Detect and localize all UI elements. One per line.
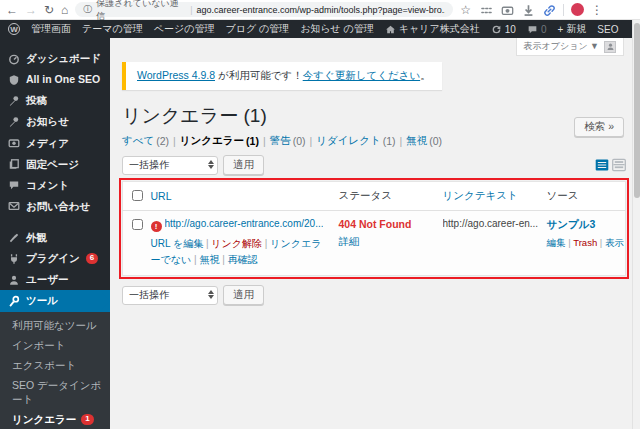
recheck-action[interactable]: 再確認 [228, 254, 258, 265]
sidebar-item-pages[interactable]: 固定ページ [0, 154, 110, 175]
adminbar-updates[interactable]: 10 [491, 24, 516, 35]
adminbar-item-themes[interactable]: テーマの管理 [82, 22, 143, 36]
submenu-item-available-tools[interactable]: 利用可能なツール [0, 316, 110, 336]
adminbar-new[interactable]: + 新規 [557, 22, 586, 36]
forward-icon[interactable]: → [25, 4, 37, 16]
column-header-link-text[interactable]: リンクテキスト [439, 182, 543, 211]
submenu-item-seo-data-import[interactable]: SEO データインポート [0, 376, 110, 410]
page-scrollbar[interactable] [632, 20, 640, 429]
list-view-icon[interactable] [595, 158, 609, 172]
plugins-count-badge: 6 [86, 253, 98, 264]
sidebar-item-media[interactable]: メディア [0, 133, 110, 154]
adminbar-site-name[interactable]: キャリア株式会社 [385, 22, 480, 36]
wordpress-version-link[interactable]: WordPress 4.9.8 [137, 69, 215, 81]
scrollbar-thumb[interactable] [634, 23, 640, 198]
action-separator: | [568, 237, 570, 248]
status-text: 404 Not Found [339, 218, 435, 230]
trash-post-action[interactable]: Trash [573, 237, 597, 248]
sidebar-label: 固定ページ [26, 158, 79, 171]
bookmark-star-icon[interactable]: ☆ [460, 4, 471, 16]
seo-shield-icon [8, 74, 20, 86]
link-text-value: http://ago.career-en... [443, 218, 539, 229]
adminbar-item-dashboard[interactable]: 管理画面 [31, 22, 71, 36]
sidebar-label: お問い合わせ [26, 200, 90, 213]
extension-download-icon[interactable] [522, 3, 535, 16]
sidebar-item-tools[interactable]: ツール [0, 290, 110, 311]
adminbar-seo[interactable]: SEO [597, 24, 618, 35]
wp-admin-bar: W 管理画面 テーマの管理 ページの管理 ブログ の管理 お知らせ の管理 キャ… [0, 20, 640, 38]
filter-warnings[interactable]: 警告(0)| [270, 134, 317, 148]
dismiss-action[interactable]: 無視 [199, 254, 219, 265]
sidebar-item-plugins[interactable]: プラグイン 6 [0, 248, 110, 269]
adminbar-comments[interactable]: 0 [527, 24, 547, 35]
filter-label[interactable]: リダイレクト [316, 134, 380, 148]
filter-all[interactable]: すべて(2)| [122, 134, 180, 148]
select-all-checkbox[interactable] [132, 190, 143, 201]
filter-label[interactable]: 無視 [406, 134, 427, 148]
page-title: リンクエラー (1) [122, 103, 626, 129]
broken-link-warning-icon: ! [151, 221, 162, 232]
sidebar-item-comments[interactable]: コメント [0, 175, 110, 196]
filter-label[interactable]: 警告 [270, 134, 291, 148]
filter-count: (1) [383, 135, 396, 147]
screen-options-tab[interactable]: 表示オプション ▼ [516, 38, 624, 56]
extension-camera-icon[interactable] [501, 3, 514, 16]
broken-url-link[interactable]: http://ago.career-entrance.com/20... [165, 218, 323, 229]
bulk-action-select[interactable]: 一括操作 [122, 156, 218, 175]
extension-blur-icon[interactable] [480, 3, 493, 16]
home-icon[interactable]: ⌂ [61, 4, 68, 16]
source-cell: サンプル3 編集 | Trash | 表示 [543, 211, 626, 276]
chrome-menu-icon[interactable]: ⋮ [591, 4, 603, 16]
unlink-action[interactable]: リンク解除 [211, 238, 262, 249]
filter-label[interactable]: リンクエラー [180, 134, 244, 148]
security-label: 保護されていない通信 [96, 0, 186, 23]
view-post-action[interactable]: 表示 [605, 237, 624, 248]
excerpt-view-icon[interactable] [612, 158, 626, 172]
sidebar-item-users[interactable]: ユーザー [0, 269, 110, 290]
address-bar[interactable]: ⓘ 保護されていない通信 | ago.career-entrance.com/w… [75, 2, 453, 17]
edit-url-action[interactable]: URL を編集 [151, 238, 204, 249]
pushpin-icon [8, 95, 20, 107]
source-post-link[interactable]: サンプル3 [547, 218, 622, 232]
adminbar-item-blog[interactable]: ブログ の管理 [225, 22, 289, 36]
wrench-icon [8, 295, 20, 307]
page-url: ago.career-entrance.com/wp-admin/tools.p… [196, 5, 445, 15]
filter-separator: | [263, 135, 266, 147]
filter-broken[interactable]: リンクエラー(1)| [180, 134, 270, 148]
site-name-label: キャリア株式会社 [399, 22, 480, 36]
filter-label[interactable]: すべて [122, 134, 154, 148]
sidebar-item-all-in-one-seo[interactable]: All in One SEO [0, 69, 110, 90]
submenu-item-import[interactable]: インポート [0, 336, 110, 356]
sidebar-item-posts[interactable]: 投稿 [0, 90, 110, 111]
plugin-icon [8, 253, 20, 265]
bulk-action-select-bottom[interactable]: 一括操作 [122, 286, 218, 305]
details-link[interactable]: 詳細 [339, 235, 360, 249]
plus-icon: + [557, 24, 563, 35]
update-now-link[interactable]: 今すぐ更新してください [303, 69, 420, 81]
sidebar-item-news[interactable]: お知らせ [0, 111, 110, 132]
apply-button-bottom[interactable]: 適用 [223, 285, 264, 305]
info-icon[interactable]: ⓘ [83, 3, 92, 16]
sidebar-item-contact[interactable]: お問い合わせ [0, 196, 110, 217]
sidebar-item-appearance[interactable]: 外観 [0, 227, 110, 248]
edit-post-action[interactable]: 編集 [547, 237, 566, 248]
filter-redirects[interactable]: リダイレクト(1)| [316, 134, 406, 148]
adminbar-item-pages[interactable]: ページの管理 [154, 22, 215, 36]
reload-icon[interactable]: ↻ [44, 4, 54, 16]
search-button[interactable]: 検索 » [574, 117, 624, 137]
filter-dismissed[interactable]: 無視(0) [406, 134, 442, 148]
extension-link-icon[interactable] [543, 3, 556, 16]
sidebar-item-dashboard[interactable]: ダッシュボード [0, 48, 110, 69]
wordpress-logo-icon[interactable]: W [8, 23, 20, 35]
sidebar-label: ダッシュボード [26, 52, 101, 65]
apply-button[interactable]: 適用 [223, 155, 264, 175]
submenu-item-export[interactable]: エクスポート [0, 356, 110, 376]
row-checkbox[interactable] [132, 219, 143, 230]
bulk-action-value: 一括操作 [129, 158, 169, 172]
submenu-item-link-errors[interactable]: リンクエラー 1 [0, 410, 110, 429]
back-icon[interactable]: ← [6, 4, 18, 16]
adminbar-item-news[interactable]: お知らせ の管理 [300, 22, 374, 36]
comments-icon [527, 24, 538, 35]
column-header-url[interactable]: URL [147, 182, 335, 211]
profile-badge-icon[interactable] [571, 3, 584, 16]
